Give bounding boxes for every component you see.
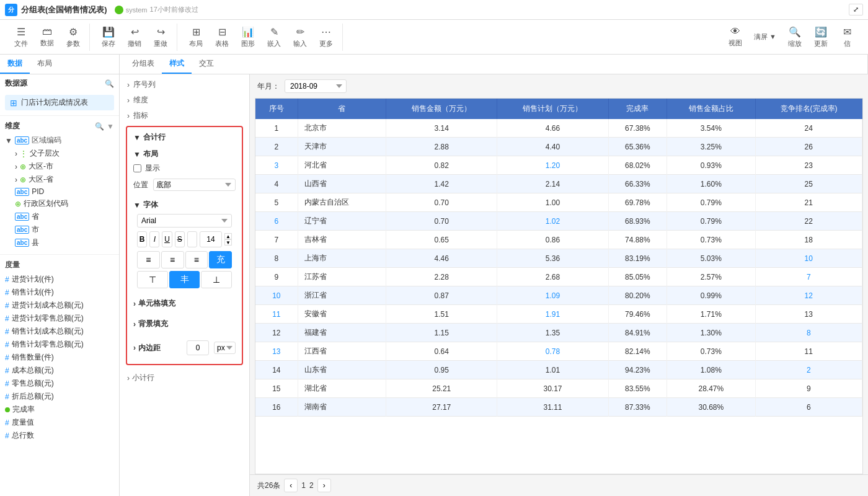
table-row[interactable]: 11 安徽省 1.51 1.91 79.46% 1.71% 13 [255, 305, 862, 324]
align-center-btn[interactable]: ≡ [161, 251, 184, 268]
dim-item-hierarchy: › ⋮ 父子层次 [0, 147, 119, 160]
font-color-picker[interactable] [187, 231, 197, 247]
table-row[interactable]: 4 山西省 1.42 2.14 66.33% 1.60% 25 [255, 175, 862, 193]
dim-item-name-city2: 市 [32, 224, 39, 235]
year-month-select[interactable]: 2018-09 2018-08 2018-07 [285, 79, 347, 93]
cell-comp-rank: 2 [755, 361, 862, 379]
cell-completion-rate: 68.93% [608, 212, 667, 231]
chart-btn[interactable]: 📊 图形 [236, 24, 260, 51]
strikethrough-btn[interactable]: S [175, 231, 185, 247]
page-separator: 2 [309, 481, 314, 490]
table-row[interactable]: 6 辽宁省 0.70 1.02 68.93% 0.79% 22 [255, 212, 862, 231]
tab-data[interactable]: 数据 [0, 55, 30, 74]
more-label: 更多 [319, 39, 333, 48]
embed-btn[interactable]: ✎ 嵌入 [262, 24, 286, 51]
font-family-select[interactable]: Arial SimSun SimHei Microsoft YaHei [137, 214, 232, 228]
table-row[interactable]: 2 天津市 2.88 4.40 65.36% 3.25% 26 [255, 138, 862, 156]
cell-comp-rank: 6 [755, 398, 862, 417]
style-item-indicator[interactable]: › 指标 [123, 108, 246, 123]
search-dim-icon[interactable]: 🔍 [95, 122, 104, 131]
style-panel-content: › 序号列 › 维度 › 指标 ▼ 合计行 ▼ [120, 74, 249, 391]
table-btn[interactable]: ⊟ 表格 [210, 24, 234, 51]
table-row[interactable]: 9 江苏省 2.28 2.68 85.05% 2.57% 7 [255, 268, 862, 286]
tab-style[interactable]: 样式 [162, 55, 192, 74]
valign-top-btn[interactable]: ⊤ [137, 271, 168, 288]
padding-input[interactable] [187, 340, 209, 355]
dim-item-name-admincode: 行政区划代码 [24, 198, 68, 209]
refresh-btn[interactable]: 🔄 更新 [808, 24, 833, 51]
font-size-input[interactable] [200, 231, 222, 247]
italic-btn[interactable]: I [149, 231, 159, 247]
bold-btn[interactable]: B [137, 231, 147, 247]
align-right-btn[interactable]: ≡ [185, 251, 208, 268]
data-table: 序号 省 销售金额（万元） 销售计划（万元） 完成率 销售金额占比 竞争排名(完… [255, 99, 862, 417]
fullscreen-btn[interactable]: 满屏 ▼ [749, 30, 781, 44]
table-row[interactable]: 12 福建省 1.15 1.35 84.91% 1.30% 8 [255, 324, 862, 342]
valign-bottom-btn[interactable]: ⊥ [201, 271, 232, 288]
subtotal-section[interactable]: › 小计行 [123, 368, 246, 388]
redo-btn[interactable]: ↪ 重做 [148, 24, 173, 51]
layout-btn[interactable]: ⊞ 布局 [184, 24, 208, 51]
expand-dim-icon[interactable]: ▼ [107, 122, 114, 131]
prev-page-btn[interactable]: ‹ [284, 479, 298, 492]
zoom-label: 缩放 [788, 39, 802, 48]
table-row[interactable]: 10 浙江省 0.87 1.09 80.20% 0.99% 12 [255, 286, 862, 305]
style-item-dim[interactable]: › 维度 [123, 92, 246, 108]
padding-unit-select[interactable]: px % [214, 342, 236, 354]
table-row[interactable]: 14 山东省 0.95 1.01 94.23% 1.08% 2 [255, 361, 862, 379]
table-row[interactable]: 7 吉林省 0.65 0.86 74.88% 0.73% 18 [255, 231, 862, 249]
table-row[interactable]: 5 内蒙古自治区 0.70 1.00 69.78% 0.79% 21 [255, 193, 862, 212]
font-size-down[interactable]: ▼ [224, 239, 232, 246]
search-icon[interactable]: 🔍 [105, 79, 114, 88]
cell-sales-plan: 2.14 [497, 175, 608, 193]
cell-sales-plan: 1.20 [497, 156, 608, 175]
cell-seq: 16 [255, 398, 298, 417]
undo-btn[interactable]: ↩ 撤销 [122, 24, 147, 51]
cell-province: 辽宁省 [298, 212, 386, 231]
table-row[interactable]: 8 上海市 4.46 5.36 83.19% 5.03% 10 [255, 249, 862, 268]
tab-layout[interactable]: 布局 [30, 55, 60, 74]
valign-middle-btn[interactable]: 丰 [169, 271, 200, 288]
table-row[interactable]: 13 江西省 0.64 0.78 82.14% 0.73% 11 [255, 342, 862, 361]
table-row[interactable]: 1 北京市 3.14 4.66 67.38% 3.54% 24 [255, 119, 862, 138]
style-item-seqcol[interactable]: › 序号列 [123, 77, 246, 92]
cell-sales-ratio: 5.03% [667, 249, 755, 268]
font-size-up[interactable]: ▲ [224, 233, 232, 239]
table-row[interactable]: 3 河北省 0.82 1.20 68.02% 0.93% 23 [255, 156, 862, 175]
cell-sales-amount: 0.70 [386, 193, 497, 212]
expand-button[interactable]: ⤢ [849, 4, 863, 16]
next-page-btn[interactable]: › [317, 479, 331, 492]
view-btn[interactable]: 👁 视图 [723, 24, 748, 50]
tab-interact[interactable]: 交互 [192, 55, 221, 74]
more-btn[interactable]: ⋯ 更多 [314, 24, 339, 51]
param-menu-btn[interactable]: ⚙ 参数 [61, 24, 86, 51]
measure-name-12: 总行数 [12, 430, 34, 441]
align-left-btn[interactable]: ≡ [137, 251, 160, 268]
table-row[interactable]: 15 湖北省 25.21 30.17 83.55% 28.47% 9 [255, 379, 862, 398]
dim-item-name-province-big: 大区-省 [29, 174, 53, 185]
padding-input-row: px % [187, 339, 236, 356]
data-menu-btn[interactable]: 🗃 数据 [35, 24, 60, 50]
align-justify-btn[interactable]: 充 [209, 251, 232, 268]
underline-btn[interactable]: U [162, 231, 172, 247]
table-row[interactable]: 16 湖南省 27.17 31.11 87.33% 30.68% 6 [255, 398, 862, 417]
tab-group-table[interactable]: 分组表 [125, 55, 162, 74]
show-checkbox[interactable] [133, 164, 141, 172]
zoom-btn[interactable]: 🔍 缩放 [782, 24, 807, 51]
left-panel: 数据源 🔍 ⊞ 门店计划完成情况表 维度 🔍 ▼ ▼ abc 区域编码 › ⋮ [0, 74, 120, 496]
file-menu-btn[interactable]: ☰ 文件 [9, 24, 33, 51]
embed-label: 嵌入 [267, 39, 281, 48]
input-btn[interactable]: ✏ 输入 [288, 24, 312, 51]
save-btn[interactable]: 💾 保存 [96, 24, 121, 51]
style-item-arrow-indicator: › [127, 112, 130, 120]
cell-fill-section[interactable]: › 单元格填充 [130, 293, 239, 314]
text-align-controls: ≡ ≡ ≡ 充 [137, 251, 232, 268]
data-source-item[interactable]: ⊞ 门店计划完成情况表 [5, 95, 114, 110]
cell-seq: 8 [255, 249, 298, 268]
hash-icon-6: # [5, 353, 9, 362]
dim-group-header-area[interactable]: ▼ abc 区域编码 [0, 134, 119, 147]
info-btn[interactable]: ✉ 信 [835, 24, 859, 51]
position-select[interactable]: 底部 顶部 [153, 179, 236, 191]
bg-fill-section[interactable]: › 背景填充 [130, 314, 239, 334]
cell-sales-amount: 0.87 [386, 286, 497, 305]
